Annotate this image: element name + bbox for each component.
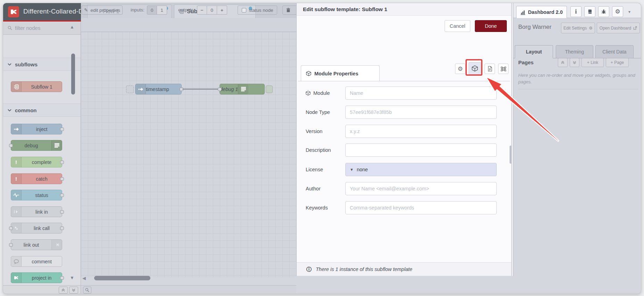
wire[interactable] (182, 89, 220, 90)
outputs-label: outputs: (178, 7, 195, 13)
tab-dashboard-2[interactable]: Dashboard 2.0 (516, 6, 567, 18)
node-port[interactable] (60, 177, 64, 181)
outputs-minus-button[interactable]: − (197, 6, 207, 15)
tab-layout[interactable]: Layout (515, 45, 553, 58)
hscroll-thumb[interactable] (94, 276, 150, 280)
keywords-field-label: Keywords (306, 201, 351, 214)
palette-filter-input[interactable]: filter nodes (3, 22, 81, 35)
description-field[interactable] (345, 143, 497, 157)
palette-footer (3, 285, 81, 294)
canvas-node-timestamp[interactable]: timestamp (135, 84, 182, 94)
sidebar-debug-tab-button[interactable] (598, 6, 609, 17)
panel-scrollbar-thumb[interactable] (510, 146, 512, 164)
move-up-button[interactable] (558, 58, 568, 67)
open-dashboard-button[interactable]: Open Dashboard (597, 23, 640, 33)
palette-node-project-in[interactable]: project in (11, 272, 62, 283)
cancel-button[interactable]: Cancel (445, 20, 470, 32)
version-field[interactable] (345, 125, 497, 138)
node-port[interactable] (60, 227, 64, 230)
node-port[interactable] (9, 243, 13, 247)
node-port[interactable] (60, 194, 64, 197)
inputs-option-1[interactable]: 1 (157, 6, 167, 15)
palette-node-debug[interactable]: debug (11, 140, 62, 151)
canvas-node-debug-1[interactable]: debug 1 (220, 84, 265, 94)
pencil-icon: ✎ (84, 7, 88, 13)
node-port[interactable] (60, 161, 64, 164)
status-node-checkbox[interactable]: status node (238, 6, 277, 15)
node-type-field[interactable] (345, 106, 497, 119)
palette-node-link-in[interactable]: link in (11, 206, 62, 217)
palette-scroll-down-icon[interactable]: ▼ (70, 275, 74, 280)
sidebar-config-tab-button[interactable]: ⚙ (612, 6, 623, 17)
palette-scrollbar-thumb[interactable] (71, 54, 75, 94)
inputs-toggle: 0 1 (147, 6, 167, 15)
license-field-label: License (306, 163, 351, 176)
sidebar-info-tab-button[interactable]: i (570, 6, 581, 17)
keywords-field[interactable] (345, 201, 497, 214)
tab-theming[interactable]: Theming (556, 45, 593, 58)
sidebar-more-tabs-caret[interactable]: ▾ (628, 9, 630, 14)
right-sidebar: Dashboard 2.0 i ⚙ ▾ Borg (513, 3, 641, 276)
sidebar-help-tab-button[interactable] (584, 6, 595, 17)
license-select[interactable]: ▼ none (345, 163, 497, 176)
instance-count-note: There is 1 instance of this subflow temp… (316, 266, 412, 272)
debug-list-icon (238, 84, 248, 94)
description-field-label: Description (306, 143, 351, 157)
add-page-button[interactable]: + Page (606, 58, 629, 67)
edit-properties-button[interactable]: ✎ edit properties (82, 6, 123, 15)
module-properties-tab-button[interactable] (469, 62, 481, 75)
palette-node-subflow-1[interactable]: Subflow 1 (11, 81, 62, 92)
tab-client-data[interactable]: Client Data (595, 45, 634, 58)
author-field[interactable] (345, 182, 497, 195)
cube-icon (472, 65, 478, 72)
move-down-button[interactable] (570, 58, 579, 67)
pages-section-title: Pages (518, 59, 534, 65)
palette-node-inject[interactable]: inject (11, 124, 62, 134)
palette-node-complete[interactable]: ! complete (11, 157, 62, 167)
node-port[interactable] (9, 144, 13, 147)
module-properties-tab[interactable]: Module Properties (301, 65, 380, 81)
node-port[interactable] (60, 128, 64, 131)
subflow-settings-tab-button[interactable]: ⚙ (455, 64, 465, 74)
description-tab-button[interactable] (485, 64, 495, 74)
palette-scroll-up-icon[interactable]: ▲ (70, 24, 74, 30)
add-link-button[interactable]: + Link (581, 58, 604, 67)
palette-collapse-down-button[interactable] (69, 287, 78, 294)
appearance-tab-button[interactable] (498, 64, 509, 74)
hscroll-left-icon[interactable]: ◀ (82, 276, 86, 281)
double-chevron-down-icon (72, 288, 75, 292)
palette-section-common[interactable]: common (3, 104, 81, 117)
done-button[interactable]: Done (475, 20, 507, 32)
app-window: Different-Collared-Dove-4521 Deploy ▾ su… (3, 3, 641, 294)
node-port[interactable] (9, 227, 13, 230)
palette-section-subflows[interactable]: subflows (3, 58, 81, 71)
double-chevron-down-icon (573, 61, 576, 64)
palette-node-link-out[interactable]: link out (11, 239, 62, 250)
tab-rule (298, 81, 510, 81)
palette-collapse-up-button[interactable] (59, 287, 68, 294)
canvas-search-button[interactable] (83, 287, 91, 294)
subflow-output-stub[interactable] (266, 85, 273, 93)
module-field[interactable] (345, 87, 497, 100)
panel-footer: ⓘ There is 1 instance of this subflow te… (297, 262, 511, 276)
subflow-input-stub[interactable] (126, 85, 134, 93)
gear-icon: ⚙ (457, 65, 463, 73)
palette-node-comment[interactable]: comment (11, 256, 62, 267)
double-chevron-up-icon (61, 288, 65, 292)
palette-node-catch[interactable]: ! catch (11, 173, 62, 184)
node-port[interactable] (218, 88, 222, 91)
info-icon: i (575, 8, 577, 15)
edit-settings-button[interactable]: Edit Settings ⚙ (561, 23, 595, 33)
version-field-label: Version (306, 125, 351, 138)
inputs-option-0[interactable]: 0 (147, 6, 157, 15)
node-port[interactable] (60, 210, 64, 214)
gear-icon: ⚙ (615, 8, 620, 15)
palette-node-status[interactable]: status (11, 190, 62, 200)
node-type-field-label: Node Type (306, 106, 351, 119)
palette-node-link-call[interactable]: link call (11, 223, 62, 233)
flow-canvas[interactable]: timestamp debug 1 ◀ (81, 32, 296, 277)
outputs-plus-button[interactable]: + (217, 6, 227, 15)
node-port[interactable] (60, 276, 64, 280)
dashboard-subtabs: Layout Theming Client Data (513, 45, 641, 58)
link-out-icon (51, 240, 62, 250)
